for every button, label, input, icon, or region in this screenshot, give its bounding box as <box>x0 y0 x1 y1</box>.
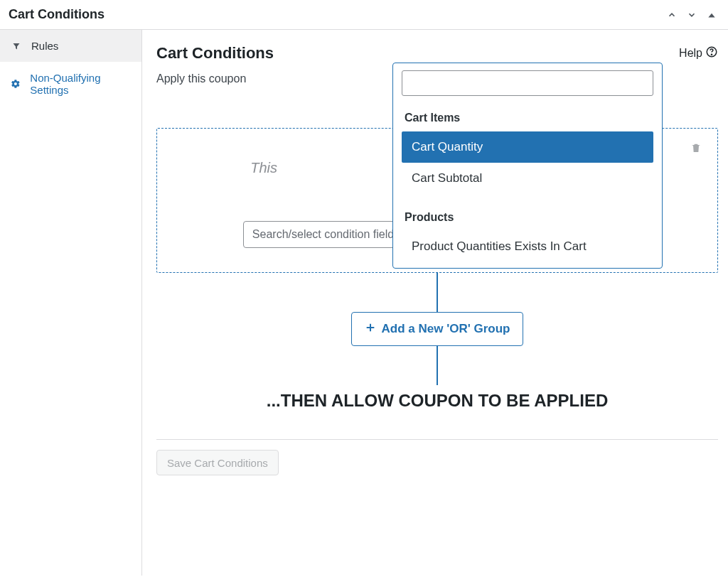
connector-line <box>437 346 438 385</box>
dropdown-option-cart-subtotal[interactable]: Cart Subtotal <box>402 163 653 194</box>
page-title: Cart Conditions <box>156 44 274 63</box>
collapse-panel-icon[interactable] <box>705 9 718 21</box>
dropdown-group-label: Cart Items <box>397 107 658 131</box>
dropdown-group: Cart Items Cart Quantity Cart Subtotal <box>397 107 658 194</box>
topbar-controls <box>665 9 718 21</box>
plus-icon <box>365 322 376 337</box>
combo-placeholder: Search/select condition fields <box>252 228 400 241</box>
dropdown-option-product-quantities[interactable]: Product Quantities Exists In Cart <box>402 231 653 262</box>
sidebar-item-label: Non-Qualifying Settings <box>30 72 132 96</box>
chevron-down-icon[interactable] <box>685 9 698 21</box>
content: Cart Conditions Help Apply this coupon -… <box>142 30 728 576</box>
connector-line <box>437 273 438 312</box>
condition-dropdown-panel: Cart Items Cart Quantity Cart Subtotal P… <box>392 63 663 269</box>
dropdown-group-label: Products <box>397 207 658 231</box>
panel-title: Cart Conditions <box>9 7 105 22</box>
dropdown-group: Products Product Quantities Exists In Ca… <box>397 207 658 262</box>
footer: Save Cart Conditions <box>156 439 718 475</box>
filter-icon <box>10 41 23 51</box>
help-link[interactable]: Help <box>679 45 718 61</box>
sidebar: Rules Non-Qualifying Settings <box>0 30 142 576</box>
svg-marker-0 <box>708 13 714 17</box>
sidebar-item-rules[interactable]: Rules <box>0 30 141 62</box>
dropdown-option-cart-quantity[interactable]: Cart Quantity <box>402 131 653 163</box>
condition-search-input[interactable] <box>402 70 653 96</box>
svg-point-3 <box>711 54 712 55</box>
help-icon <box>705 45 718 61</box>
topbar: Cart Conditions <box>0 0 728 30</box>
then-allow-text: ...THEN ALLOW COUPON TO BE APPLIED <box>156 391 718 411</box>
chevron-up-icon[interactable] <box>665 9 678 21</box>
sidebar-item-label: Rules <box>31 40 58 52</box>
save-cart-conditions-button[interactable]: Save Cart Conditions <box>156 450 279 475</box>
trash-icon[interactable] <box>690 141 702 156</box>
svg-marker-1 <box>14 43 20 50</box>
add-or-group-label: Add a New 'OR' Group <box>382 322 510 336</box>
add-or-group-button[interactable]: Add a New 'OR' Group <box>351 312 524 346</box>
sidebar-item-non-qualifying[interactable]: Non-Qualifying Settings <box>0 62 141 106</box>
help-label: Help <box>679 47 702 60</box>
gear-icon <box>10 79 21 89</box>
